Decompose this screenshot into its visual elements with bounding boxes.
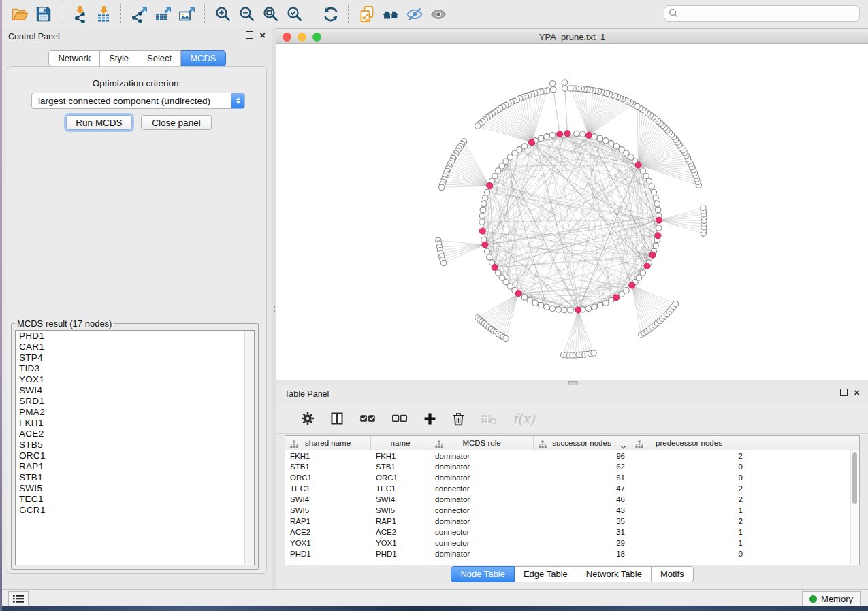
mcds-result-title: MCDS result (17 nodes) (15, 318, 114, 329)
table-header-row: shared namenameMCDS rolesuccessor nodesp… (285, 436, 859, 450)
table-row[interactable]: STB1STB1dominator620 (285, 461, 859, 472)
table-row[interactable]: FKH1FKH1dominator962 (285, 450, 859, 461)
zoom-in-icon[interactable] (211, 3, 235, 25)
column-header-successor-nodes[interactable]: successor nodes (534, 436, 630, 450)
list-icon (12, 593, 25, 604)
memory-label: Memory (821, 594, 853, 604)
columns-icon[interactable] (330, 410, 344, 427)
close-table-panel-icon[interactable]: × (854, 389, 860, 396)
column-header-predecessor-nodes[interactable]: predecessor nodes (630, 436, 748, 450)
function-icon: f(x) (513, 410, 535, 427)
table-row[interactable]: YOX1YOX1connector291 (285, 538, 859, 548)
table-scrollbar[interactable] (850, 450, 858, 564)
mcds-result-item[interactable]: GCR1 (16, 505, 254, 516)
delete-icon[interactable] (452, 410, 465, 427)
tab-select[interactable]: Select (138, 50, 181, 67)
node-table: shared namenameMCDS rolesuccessor nodesp… (285, 435, 860, 565)
refresh-icon[interactable] (319, 3, 342, 25)
network-window-titlebar[interactable]: YPA_prune.txt_1 (276, 31, 868, 44)
table-toolbar: f(x) (276, 403, 868, 434)
mcds-result-item[interactable]: ORC1 (16, 450, 254, 461)
mcds-result-item[interactable]: CAR1 (16, 342, 254, 352)
tab-edge-table[interactable]: Edge Table (515, 566, 577, 582)
first-neighbors-icon[interactable] (379, 3, 402, 25)
column-header-shared-name[interactable]: shared name (285, 436, 371, 450)
mcds-list-scrollbar[interactable] (244, 331, 254, 565)
mcds-result-item[interactable]: STB5 (16, 440, 254, 450)
mcds-result-item[interactable]: ACE2 (16, 429, 254, 440)
run-mcds-button[interactable]: Run MCDS (66, 115, 132, 130)
table-row[interactable]: SWI5SWI5connector431 (285, 505, 859, 516)
mcds-result-item[interactable]: RAP1 (16, 461, 254, 472)
mcds-result-item[interactable]: PHD1 (16, 331, 254, 342)
settings-icon[interactable] (301, 410, 315, 427)
export-table-icon[interactable] (151, 3, 175, 25)
memory-button[interactable]: Memory (802, 591, 861, 606)
mcds-result-item[interactable]: TID3 (16, 363, 254, 374)
mcds-result-item[interactable]: SWI4 (16, 385, 254, 396)
mcds-result-item[interactable]: STB1 (16, 472, 254, 483)
table-rows: FKH1FKH1dominator962STB1STB1dominator620… (285, 450, 859, 559)
mcds-result-group: MCDS result (17 nodes) PHD1CAR1STP4TID3Y… (11, 318, 259, 570)
tab-motifs[interactable]: Motifs (652, 566, 694, 582)
control-panel-title: Control Panel (8, 32, 60, 42)
control-panel: Control Panel × NetworkStyleSelectMCDS O… (2, 28, 272, 589)
open-icon[interactable] (7, 3, 31, 25)
table-panel-tabs: Node TableEdge TableNetwork TableMotifs (276, 566, 868, 582)
float-panel-icon[interactable] (246, 31, 253, 39)
tab-mcds[interactable]: MCDS (181, 50, 225, 67)
search-input[interactable] (664, 5, 860, 22)
show-all-icon[interactable] (426, 3, 450, 25)
import-network-icon[interactable] (67, 3, 91, 25)
tab-network-table[interactable]: Network Table (577, 566, 652, 582)
export-network-icon[interactable] (127, 3, 151, 25)
table-row[interactable]: TEC1TEC1connector472 (285, 483, 859, 494)
status-bar: Memory (2, 589, 868, 606)
clone-network-icon[interactable] (355, 3, 379, 25)
mcds-result-item[interactable]: FKH1 (16, 418, 254, 429)
network-graph (276, 44, 868, 380)
hide-selected-icon[interactable] (402, 3, 426, 25)
zoom-out-icon[interactable] (235, 3, 259, 25)
close-panel-button[interactable]: Close panel (141, 115, 212, 130)
table-row[interactable]: RAP1RAP1dominator352 (285, 516, 859, 527)
mcds-result-item[interactable]: SRD1 (16, 396, 254, 407)
mcds-result-item[interactable]: STP4 (16, 352, 254, 363)
memory-status-icon (809, 595, 817, 603)
column-header-name[interactable]: name (371, 436, 430, 450)
task-history-button[interactable] (8, 591, 29, 606)
deselect-all-icon[interactable] (391, 410, 408, 427)
add-icon[interactable] (423, 410, 436, 427)
network-window-title: YPA_prune.txt_1 (276, 32, 868, 42)
tree-icon (290, 439, 298, 451)
table-scrollbar-thumb[interactable] (852, 452, 857, 504)
float-table-panel-icon[interactable] (840, 389, 848, 396)
toolbar-separator (348, 4, 349, 24)
mcds-result-item[interactable]: TEC1 (16, 494, 254, 505)
import-table-icon[interactable] (91, 3, 115, 25)
toolbar-separator (61, 4, 62, 24)
tab-node-table[interactable]: Node Table (451, 566, 515, 582)
select-all-icon[interactable] (359, 410, 376, 427)
table-row[interactable]: ORC1ORC1dominator610 (285, 472, 859, 483)
export-image-icon[interactable] (175, 3, 199, 25)
network-canvas[interactable] (276, 44, 868, 380)
close-panel-icon[interactable]: × (259, 32, 266, 39)
table-row[interactable]: ACE2ACE2connector311 (285, 527, 859, 538)
column-header-mcds-role[interactable]: MCDS role (430, 436, 534, 450)
clear-table-icon (481, 410, 497, 427)
criterion-select[interactable]: largest connected component (undirected) (31, 93, 245, 109)
save-icon[interactable] (31, 3, 55, 25)
mcds-result-item[interactable]: PMA2 (16, 407, 254, 418)
table-row[interactable]: SWI4SWI4dominator462 (285, 494, 859, 505)
zoom-selected-icon[interactable] (283, 3, 306, 25)
search-box (664, 5, 860, 22)
tab-style[interactable]: Style (100, 50, 138, 67)
zoom-fit-icon[interactable] (259, 3, 283, 25)
horizontal-splitter[interactable] (276, 380, 868, 385)
tab-network[interactable]: Network (48, 50, 100, 67)
table-row[interactable]: PHD1PHD1dominator180 (285, 548, 859, 559)
mcds-result-item[interactable]: SWI5 (16, 483, 254, 494)
mcds-result-item[interactable]: YOX1 (16, 374, 254, 385)
select-stepper-icon (231, 93, 244, 108)
